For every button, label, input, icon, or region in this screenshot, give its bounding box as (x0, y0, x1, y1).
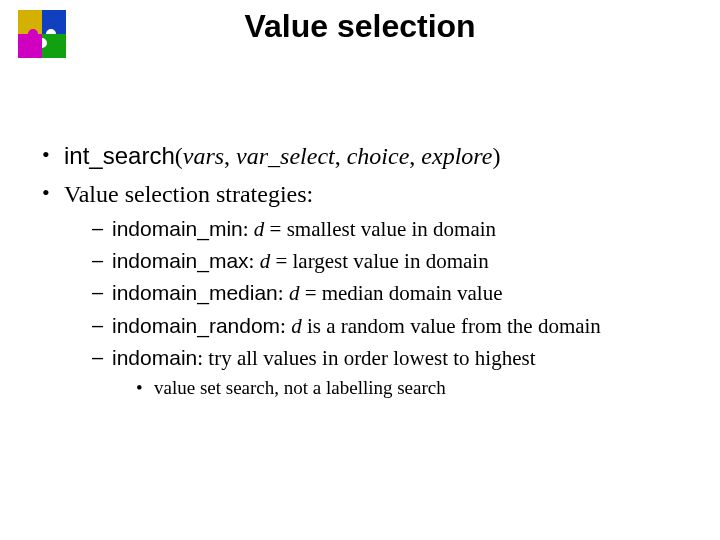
d-var: d (254, 217, 265, 241)
arg-explore: explore (421, 143, 492, 169)
code-name: indomain (112, 346, 197, 369)
bullet-int-search: int_search(vars, var_select, choice, exp… (38, 140, 690, 172)
code-name: indomain_random (112, 314, 280, 337)
sep: : (278, 281, 289, 305)
sub-item-indomain: indomain: try all values in order lowest… (90, 344, 690, 400)
d-var: d (289, 281, 300, 305)
paren-close: ) (492, 143, 500, 169)
slide-body: int_search(vars, var_select, choice, exp… (38, 140, 690, 406)
sub-item-indomain-random: indomain_random: d is a random value fro… (90, 312, 690, 340)
sep: : (197, 346, 208, 370)
slide: Value selection int_search(vars, var_sel… (0, 0, 720, 540)
desc: = median domain value (299, 281, 502, 305)
d-var: d (291, 314, 302, 338)
strategies-label: Value selection strategies: (64, 181, 313, 207)
desc: try all values in order lowest to highes… (208, 346, 535, 370)
arg-vars: vars (183, 143, 224, 169)
bullet-strategies: Value selection strategies: indomain_min… (38, 178, 690, 400)
subsub-item-value-set: value set search, not a labelling search (134, 375, 690, 401)
sep: : (280, 314, 291, 338)
desc: = largest value in domain (270, 249, 489, 273)
sub-item-indomain-median: indomain_median: d = median domain value (90, 279, 690, 307)
sep: , (335, 143, 347, 169)
sub-item-indomain-max: indomain_max: d = largest value in domai… (90, 247, 690, 275)
code-name: indomain_max (112, 249, 249, 272)
slide-title: Value selection (0, 8, 720, 45)
sep: : (249, 249, 260, 273)
desc: is a random value from the domain (302, 314, 601, 338)
code-name: indomain_min (112, 217, 243, 240)
sep: , (224, 143, 236, 169)
arg-choice: choice (347, 143, 410, 169)
sep: , (409, 143, 421, 169)
sep: : (243, 217, 254, 241)
paren-open: ( (175, 143, 183, 169)
code-int-search: int_search (64, 142, 175, 169)
subsub-text: value set search, not a labelling search (154, 377, 446, 398)
sub-item-indomain-min: indomain_min: d = smallest value in doma… (90, 215, 690, 243)
desc: = smallest value in domain (264, 217, 496, 241)
d-var: d (260, 249, 271, 273)
code-name: indomain_median (112, 281, 278, 304)
arg-var-select: var_select (236, 143, 335, 169)
